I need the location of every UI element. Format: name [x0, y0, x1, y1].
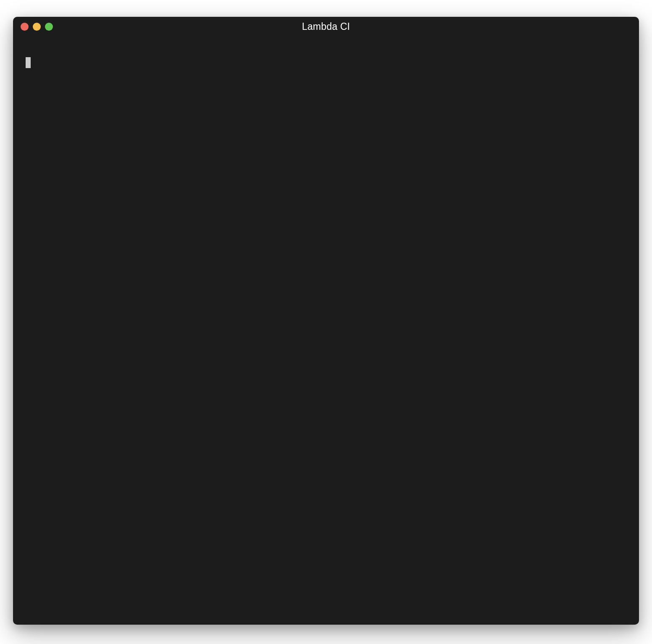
traffic-lights	[21, 23, 53, 31]
cursor-icon	[26, 57, 31, 68]
zoom-button[interactable]	[45, 23, 53, 31]
window-title: Lambda CI	[302, 21, 350, 32]
minimize-button[interactable]	[33, 23, 41, 31]
close-button[interactable]	[21, 23, 29, 31]
terminal-body[interactable]	[13, 36, 639, 625]
prompt-line[interactable]	[26, 57, 626, 68]
title-bar: Lambda CI	[13, 17, 639, 36]
terminal-window: Lambda CI	[13, 17, 639, 625]
